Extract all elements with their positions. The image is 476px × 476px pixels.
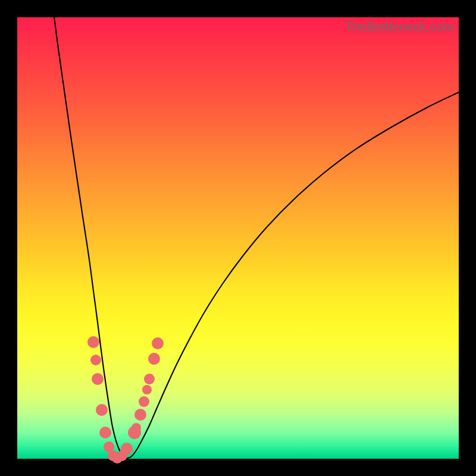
curve-marker — [121, 443, 133, 455]
marker-group — [87, 336, 164, 464]
curve-marker — [90, 355, 101, 365]
curve-marker — [96, 404, 108, 416]
curve-marker — [144, 374, 155, 384]
curve-marker — [131, 423, 141, 433]
curve-marker — [134, 409, 146, 421]
curve-marker — [152, 337, 164, 349]
curve-marker — [142, 385, 152, 394]
curve-marker — [148, 353, 160, 365]
curve-marker — [99, 427, 111, 439]
chart-plot-area: TheBottleneck.com — [17, 17, 459, 459]
bottleneck-curve — [54, 17, 459, 458]
curve-marker — [92, 373, 104, 385]
chart-frame: TheBottleneck.com — [0, 0, 476, 476]
chart-svg — [17, 17, 459, 459]
curve-marker — [87, 336, 99, 348]
curve-marker — [139, 396, 149, 407]
